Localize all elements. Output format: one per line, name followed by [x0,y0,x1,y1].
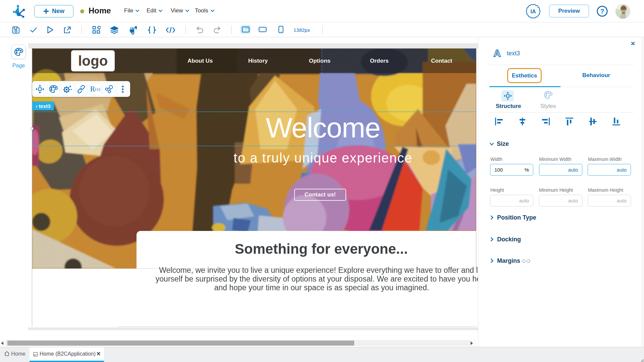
svg-text:?: ? [600,8,604,15]
svg-text:IA: IA [531,9,536,14]
svg-text:A: A [493,49,501,58]
